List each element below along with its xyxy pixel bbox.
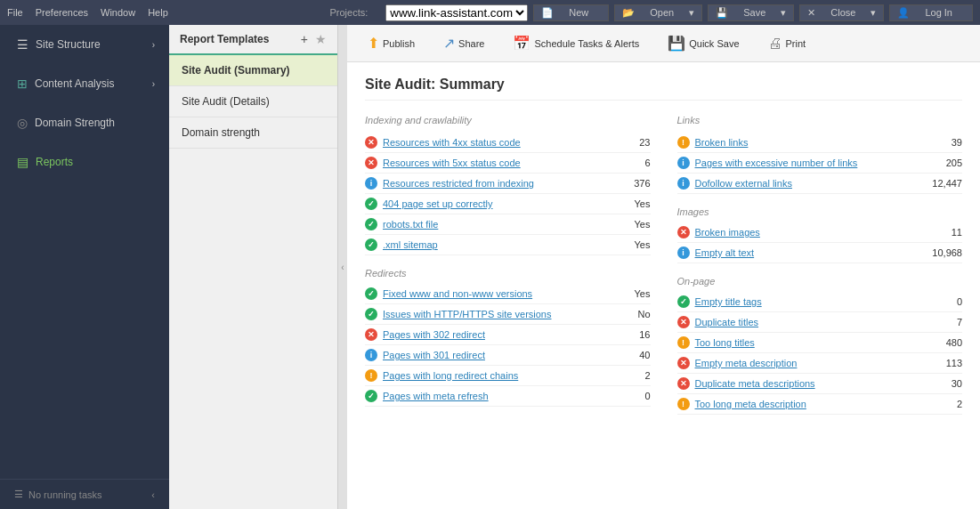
indicator-orange-2: ! (677, 136, 690, 149)
value-sitemap: Yes (606, 239, 651, 250)
link-https[interactable]: Issues with HTTP/HTTPS site versions (383, 309, 552, 319)
row-chains: ! Pages with long redirect chains 2 (365, 366, 651, 386)
row-https: ✓ Issues with HTTP/HTTPS site versions N… (365, 304, 651, 325)
value-dup-meta: 30 (918, 378, 962, 389)
close-button[interactable]: ✕ Close ▾ (799, 4, 884, 21)
save-icon: 💾 (716, 7, 728, 19)
link-empty-title[interactable]: Empty title tags (695, 296, 762, 307)
value-www: Yes (606, 288, 651, 299)
templates-title: Report Templates (180, 33, 301, 45)
print-button[interactable]: 🖨 Print (758, 31, 816, 56)
row-restricted: i Resources restricted from indexing 376 (365, 174, 651, 194)
publish-icon: ⬆ (368, 35, 379, 52)
sidebar-arrow-0: › (152, 40, 155, 50)
close-icon: ✕ (807, 7, 815, 19)
indicator-blue-4: i (677, 177, 690, 190)
link-meta-refresh[interactable]: Pages with meta refresh (383, 391, 489, 401)
report-left-col: Indexing and crawlability ✕ Resources wi… (365, 115, 651, 415)
indicator-blue-2: i (365, 349, 377, 361)
link-broken-images[interactable]: Broken images (695, 227, 760, 238)
menu-preferences[interactable]: Preferences (36, 7, 88, 18)
menu-window[interactable]: Window (101, 7, 135, 18)
add-template-button[interactable]: + (301, 32, 308, 46)
indicator-orange: ! (365, 369, 377, 382)
new-icon: 📄 (541, 7, 554, 19)
link-dup-meta[interactable]: Duplicate meta descriptions (695, 378, 815, 389)
template-item-site-audit-summary[interactable]: Site Audit (Summary) (169, 55, 337, 86)
menu-help[interactable]: Help (148, 7, 168, 18)
row-robots: ✓ robots.txt file Yes (365, 214, 651, 235)
link-www[interactable]: Fixed www and non-www versions (383, 288, 532, 299)
link-broken-links[interactable]: Broken links (695, 137, 749, 148)
collapse-handle[interactable]: ‹ (338, 25, 347, 509)
indicator-green-5: ✓ (365, 308, 377, 320)
sidebar-item-site-structure[interactable]: ☰ Site Structure › (0, 25, 169, 64)
template-item-domain-strength[interactable]: Domain strength (169, 117, 337, 149)
value-broken-links: 39 (918, 137, 962, 148)
link-long-meta[interactable]: Too long meta description (695, 399, 806, 409)
value-302: 16 (606, 329, 651, 340)
value-4xx: 23 (606, 137, 651, 148)
link-robots[interactable]: robots.txt file (383, 219, 438, 230)
template-item-site-audit-details[interactable]: Site Audit (Details) (169, 86, 337, 117)
sidebar-item-reports[interactable]: ▤ Reports (0, 142, 169, 182)
section-redirects: Redirects (365, 268, 651, 279)
link-302[interactable]: Pages with 302 redirect (383, 329, 485, 340)
link-empty-meta[interactable]: Empty meta description (695, 358, 798, 368)
open-button[interactable]: 📂 Open ▾ (614, 4, 702, 21)
link-404[interactable]: 404 page set up correctly (383, 198, 493, 209)
value-https: No (606, 309, 651, 319)
indicator-blue-3: i (677, 157, 690, 169)
link-chains[interactable]: Pages with long redirect chains (383, 370, 518, 381)
content-analysis-icon: ⊞ (17, 77, 28, 91)
new-button[interactable]: 📄 New (533, 4, 609, 21)
publish-button[interactable]: ⬆ Publish (358, 30, 425, 56)
save-button[interactable]: 💾 Save ▾ (708, 4, 794, 21)
link-empty-alt[interactable]: Empty alt text (695, 247, 755, 258)
project-selector[interactable]: www.link-assistant.com (385, 4, 528, 21)
link-5xx[interactable]: Resources with 5xx status code (383, 158, 521, 168)
templates-panel: Report Templates + ★ Site Audit (Summary… (169, 25, 338, 509)
row-empty-meta: ✕ Empty meta description 113 (677, 353, 963, 374)
sidebar-item-domain-strength[interactable]: ◎ Domain Strength (0, 103, 169, 142)
indicator-green: ✓ (365, 198, 377, 210)
schedule-icon: 📅 (513, 35, 530, 52)
share-button[interactable]: ↗ Share (433, 30, 494, 56)
reports-icon: ▤ (17, 155, 28, 169)
indicator-orange-4: ! (677, 398, 690, 410)
indicator-green-4: ✓ (365, 287, 377, 300)
indicator-red-6: ✕ (677, 357, 690, 369)
report-content: Site Audit: Summary Indexing and crawlab… (347, 62, 980, 509)
menu-file[interactable]: File (7, 7, 23, 18)
row-5xx: ✕ Resources with 5xx status code 6 (365, 153, 651, 174)
row-www: ✓ Fixed www and non-www versions Yes (365, 284, 651, 304)
link-long-titles[interactable]: Too long titles (695, 337, 755, 348)
main-layout: ☰ Site Structure › ⊞ Content Analysis › … (0, 25, 980, 509)
value-empty-alt: 10,968 (918, 247, 962, 258)
link-dup-titles[interactable]: Duplicate titles (695, 317, 759, 327)
row-empty-title: ✓ Empty title tags 0 (677, 292, 963, 312)
link-sitemap[interactable]: .xml sitemap (383, 239, 438, 250)
link-4xx[interactable]: Resources with 4xx status code (383, 137, 521, 148)
link-restricted[interactable]: Resources restricted from indexing (383, 178, 534, 189)
link-excessive[interactable]: Pages with excessive number of links (695, 158, 858, 168)
star-template-button[interactable]: ★ (315, 32, 327, 46)
indicator-orange-3: ! (677, 336, 690, 349)
value-404: Yes (606, 198, 651, 209)
running-tasks-icon: ☰ (14, 489, 23, 500)
login-button[interactable]: 👤 Log In (889, 4, 973, 21)
print-icon: 🖨 (768, 36, 782, 52)
sidebar-bottom-arrow[interactable]: ‹ (151, 489, 155, 500)
link-301[interactable]: Pages with 301 redirect (383, 350, 485, 360)
indicator-blue: i (365, 177, 377, 190)
schedule-button[interactable]: 📅 Schedule Tasks & Alerts (503, 30, 649, 56)
value-long-titles: 480 (918, 337, 962, 348)
content-area: ⬆ Publish ↗ Share 📅 Schedule Tasks & Ale… (347, 25, 980, 509)
row-404: ✓ 404 page set up correctly Yes (365, 194, 651, 214)
sidebar-item-content-analysis[interactable]: ⊞ Content Analysis › (0, 64, 169, 103)
indicator-red-2: ✕ (365, 157, 377, 169)
indicator-green-7: ✓ (677, 295, 690, 308)
row-excessive-links: i Pages with excessive number of links 2… (677, 153, 963, 174)
quicksave-button[interactable]: 💾 Quick Save (658, 30, 749, 56)
link-dofollow[interactable]: Dofollow external links (695, 178, 792, 189)
